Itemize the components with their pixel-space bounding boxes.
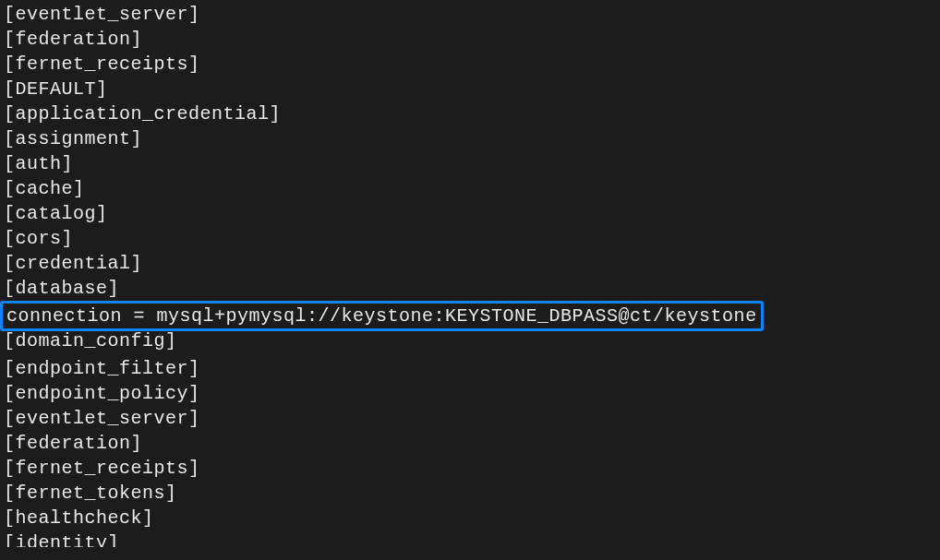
config-section-line: [fernet_receipts] <box>4 456 936 481</box>
config-section-line: [domain_config] <box>4 328 936 353</box>
config-section-line: [cors] <box>4 226 936 251</box>
connection-string: connection = mysql+pymysql://keystone:KE… <box>6 305 757 327</box>
config-section-line: [healthcheck] <box>4 506 936 530</box>
config-section-line: [application_credential] <box>4 101 936 126</box>
config-section-line: [assignment] <box>4 126 936 151</box>
config-section-line: [cache] <box>4 176 936 201</box>
config-section-line: [federation] <box>4 27 936 52</box>
config-section-line: [catalog] <box>4 201 936 226</box>
config-section-line: [endpoint_policy] <box>4 381 936 406</box>
config-section-line: [eventlet_server] <box>4 2 936 27</box>
config-section-line: [credential] <box>4 251 936 276</box>
config-section-line: [auth] <box>4 151 936 176</box>
config-section-line: [eventlet_server] <box>4 406 936 431</box>
config-section-line: [federation] <box>4 431 936 456</box>
config-section-line: [fernet_receipts] <box>4 52 936 77</box>
terminal-output: [eventlet_server] [federation] [fernet_r… <box>0 0 940 549</box>
config-section-line: [fernet_tokens] <box>4 481 936 506</box>
config-section-line: [database] <box>4 276 936 301</box>
highlighted-connection-line: connection = mysql+pymysql://keystone:KE… <box>0 301 764 331</box>
config-section-line: [DEFAULT] <box>4 77 936 101</box>
config-section-line: [identity] <box>4 530 936 547</box>
config-section-line: [endpoint_filter] <box>4 356 936 381</box>
